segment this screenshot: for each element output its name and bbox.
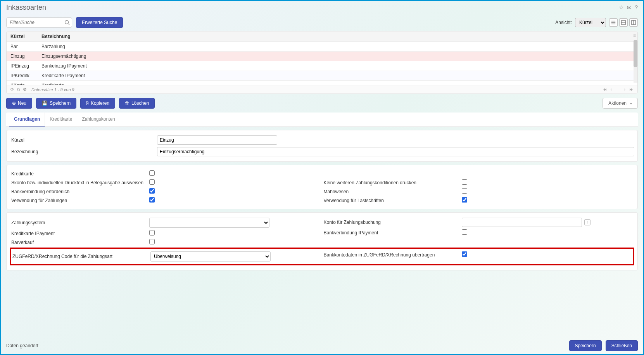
toolbar: Erweiterte Suche Ansicht: Kürzel: [1, 14, 643, 31]
pager-prev-icon[interactable]: ‹: [611, 87, 612, 92]
copy-icon: ⎘: [86, 100, 89, 106]
grid-scrollbar[interactable]: [634, 40, 637, 83]
grid-menu-icon[interactable]: ≡: [633, 33, 636, 38]
footer-status: Daten geändert: [6, 343, 38, 348]
zugferd-highlight-row: ZUGFeRD/XRechnung Code für die Zahlungsa…: [10, 248, 634, 265]
kk-ipayment-checkbox[interactable]: [149, 230, 155, 236]
kreditkarte-label: Kreditkarte: [10, 171, 149, 177]
skonto-checkbox[interactable]: [149, 179, 155, 185]
footer-close-label: Schließen: [611, 343, 632, 348]
col-bezeichnung[interactable]: Bezeichnung: [38, 31, 637, 42]
mahn-checkbox[interactable]: [462, 188, 467, 194]
chevron-down-icon: ▾: [630, 101, 632, 106]
skonto-label: Skonto bzw. individuellen Drucktext in B…: [10, 180, 149, 185]
view-label: Ansicht:: [555, 20, 572, 25]
trash-icon: 🗑: [125, 100, 129, 106]
refresh-icon[interactable]: ⟳: [10, 87, 14, 92]
verw-last-checkbox[interactable]: [462, 197, 467, 203]
table-header-row: Kürzel Bezeichnung: [7, 31, 637, 42]
bezeichnung-input[interactable]: [157, 147, 634, 156]
verw-zahl-checkbox[interactable]: [149, 197, 155, 203]
save-label: Speichern: [50, 100, 71, 106]
data-grid: ≡ Kürzel Bezeichnung Bar Barzahlung Einz…: [6, 31, 638, 94]
action-bar: ⊕ Neu 💾 Speichern ⎘ Kopieren 🗑 Löschen A…: [1, 94, 643, 113]
save-button[interactable]: 💾 Speichern: [36, 98, 76, 109]
bank-req-label: Bankverbindung erforderlich: [10, 189, 149, 194]
table-row[interactable]: KKarte Kreditkarte: [7, 81, 637, 85]
view-split-h-icon[interactable]: [619, 18, 628, 27]
form-section-payment: Zahlungssystem Kreditkarte IPayment Barv…: [6, 212, 638, 270]
star-icon[interactable]: ☆: [619, 4, 624, 10]
advanced-search-label: Erweiterte Suche: [82, 20, 117, 25]
advanced-search-button[interactable]: Erweiterte Suche: [76, 17, 123, 28]
zugferd-code-label: ZUGFeRD/XRechnung Code für die Zahlungsa…: [11, 254, 150, 259]
tab-kreditkarte[interactable]: Kreditkarte: [45, 113, 77, 126]
bank-zugferd-label: Bankkontodaten in ZUGFeRD/XRechnung über…: [322, 252, 462, 258]
delete-label: Löschen: [131, 100, 149, 106]
gear-icon[interactable]: ⚙: [23, 87, 27, 92]
bank-ipayment-label: Bankverbindung IPayment: [322, 230, 462, 236]
keine-label: Keine weiteren Zahlungskonditionen druck…: [322, 180, 462, 185]
help-icon[interactable]: ?: [635, 4, 638, 10]
zahlsys-select[interactable]: [149, 218, 269, 228]
verw-zahl-label: Verwendung für Zahlungen: [10, 198, 149, 203]
table-row[interactable]: Einzug Einzugsermächtigung: [7, 52, 637, 61]
delete-button[interactable]: 🗑 Löschen: [119, 98, 155, 109]
scrollbar-thumb[interactable]: [634, 40, 637, 67]
footer-close-button[interactable]: Schließen: [606, 340, 638, 351]
search-input[interactable]: [6, 17, 72, 28]
grid-status: Datensätze 1 - 9 von 9: [31, 87, 74, 92]
pager-last-icon[interactable]: ⏭: [629, 87, 634, 92]
actions-dropdown-button[interactable]: Aktionen ▾: [603, 98, 638, 109]
page-title: Inkassoarten: [6, 3, 46, 12]
bank-zugferd-checkbox[interactable]: [462, 251, 467, 257]
keine-checkbox[interactable]: [462, 179, 467, 185]
konto-input[interactable]: [462, 218, 582, 227]
kk-ipayment-label: Kreditkarte IPayment: [10, 231, 149, 236]
verw-last-label: Verwendung für Lastschriften: [322, 198, 462, 203]
form-section-basics: Kürzel Bezeichnung: [6, 130, 638, 162]
kurzel-input[interactable]: [157, 135, 277, 145]
tab-zahlungskonten[interactable]: Zahlungskonten: [77, 113, 120, 126]
konto-label: Konto für Zahlungsbuchung: [322, 220, 462, 225]
new-label: Neu: [18, 100, 26, 106]
bank-ipayment-checkbox[interactable]: [462, 229, 467, 235]
plus-icon: ⊕: [12, 100, 16, 106]
copy-button[interactable]: ⎘ Kopieren: [80, 98, 115, 109]
mail-icon[interactable]: ✉: [627, 4, 632, 10]
pager-next-icon[interactable]: ›: [624, 87, 625, 92]
grid-footer: ⟳ ⎙ ⚙ Datensätze 1 - 9 von 9 ⏮ ‹ ⋯ › ⏭: [7, 85, 637, 94]
kreditkarte-checkbox[interactable]: [149, 170, 155, 176]
view-list-icon[interactable]: [609, 18, 618, 27]
bezeichnung-label: Bezeichnung: [10, 149, 157, 154]
view-select[interactable]: Kürzel: [575, 18, 606, 27]
save-icon: 💾: [42, 100, 48, 106]
pager-dots-icon[interactable]: ⋯: [616, 87, 620, 92]
pager-first-icon[interactable]: ⏮: [603, 87, 607, 92]
tab-grundlagen[interactable]: Grundlagen: [9, 113, 45, 126]
barverkauf-label: Barverkauf: [10, 240, 149, 245]
actions-label: Aktionen: [608, 100, 627, 106]
print-icon[interactable]: ⎙: [17, 87, 20, 92]
zugferd-code-select[interactable]: Überweisung: [150, 251, 271, 261]
detail-tabs: Grundlagen Kreditkarte Zahlungskonten: [6, 113, 638, 127]
table-row[interactable]: IPEinzug Bankeinzug IPayment: [7, 61, 637, 71]
copy-label: Kopieren: [91, 100, 109, 106]
table-row[interactable]: Bar Barzahlung: [7, 42, 637, 52]
info-icon[interactable]: !: [584, 219, 590, 225]
page-header: Inkassoarten ☆ ✉ ?: [1, 1, 643, 14]
footer-save-label: Speichern: [575, 343, 596, 348]
search-box: [6, 17, 72, 28]
mahn-label: Mahnwesen: [322, 189, 462, 194]
form-section-flags: Kreditkarte Skonto bzw. individuellen Dr…: [6, 165, 638, 209]
footer-save-button[interactable]: Speichern: [569, 340, 602, 351]
col-kurzel[interactable]: Kürzel: [7, 31, 38, 42]
barverkauf-checkbox[interactable]: [149, 239, 155, 244]
kurzel-label: Kürzel: [10, 137, 157, 143]
table-row[interactable]: IPKreditk. Kreditkarte IPayment: [7, 71, 637, 81]
zahlsys-label: Zahlungssystem: [10, 220, 149, 225]
bank-req-checkbox[interactable]: [149, 188, 155, 194]
view-split-v-icon[interactable]: [629, 18, 638, 27]
new-button[interactable]: ⊕ Neu: [6, 98, 32, 109]
page-footer: Daten geändert Speichern Schließen: [1, 337, 643, 354]
